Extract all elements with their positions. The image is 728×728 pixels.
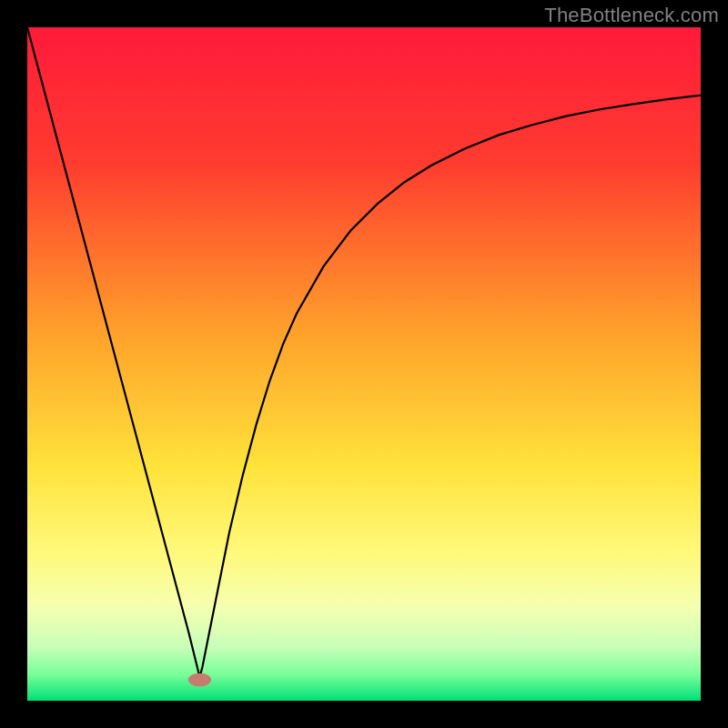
plot-area — [27, 27, 701, 701]
chart-frame: TheBottleneck.com — [0, 0, 728, 728]
minimum-marker — [188, 673, 211, 687]
attribution-label: TheBottleneck.com — [544, 4, 719, 27]
chart-svg — [27, 27, 701, 701]
gradient-background — [27, 27, 701, 701]
